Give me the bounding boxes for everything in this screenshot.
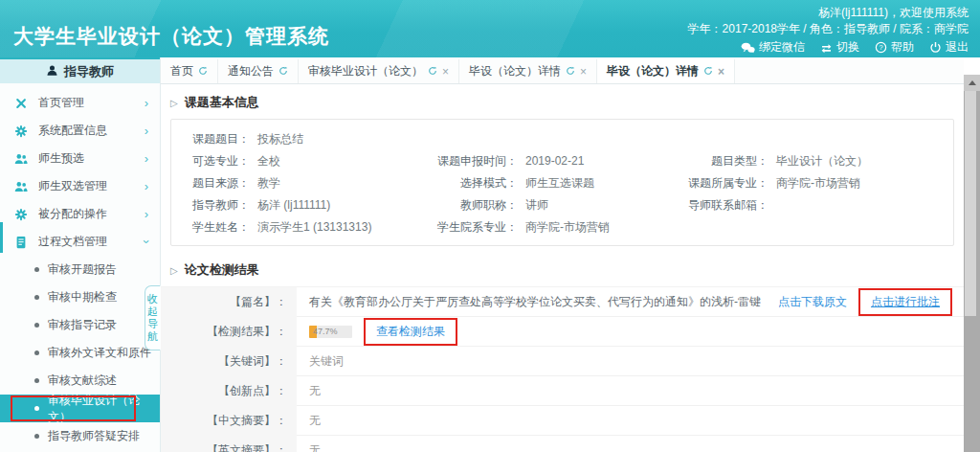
field-value: 投标总结	[250, 128, 953, 150]
download-original-link[interactable]: 点击下载原文	[778, 294, 847, 310]
refresh-icon[interactable]	[703, 65, 713, 79]
sidebar-item-label: 首页管理	[38, 95, 84, 111]
bullet-icon	[34, 350, 39, 355]
similarity-percent: 47.7%	[309, 326, 352, 338]
vertical-scrollbar[interactable]	[964, 75, 980, 452]
sidebar-subitem-qa-schedule[interactable]: 指导教师答疑安排	[0, 422, 160, 450]
sidebar-subitem-label: 审核文献综述	[48, 373, 117, 389]
row-value: 无	[297, 376, 964, 406]
page-body: ▷ 课题基本信息 课题题目： 投标总结 可选专业： 全校 课题申报时间： 201…	[161, 84, 964, 452]
scrollbar-thumb[interactable]	[965, 91, 976, 316]
section-detection-header[interactable]: ▷ 论文检测结果	[161, 252, 964, 283]
bullet-icon	[34, 378, 39, 383]
sidebar-item-homepage-mgmt[interactable]: 首页管理 ›	[0, 89, 160, 117]
close-icon[interactable]: ×	[718, 66, 724, 78]
field-value: 商学院-市场营销	[518, 216, 680, 238]
switch-icon	[820, 42, 833, 54]
sidebar-scroll-indicator	[0, 222, 3, 253]
tab-thesis-detail-2[interactable]: 毕设（论文）详情 ×	[597, 59, 735, 83]
field-value: 2019-02-21	[518, 150, 680, 172]
detection-table: 【篇名】： 有关《教育部办公厅关于严厉查处高等学校学位论文买卖、代写行为的通知》…	[161, 286, 964, 452]
field-label: 题目来源：	[171, 172, 250, 194]
sidebar-subitem-review-thesis[interactable]: 审核毕业设计（论文）	[0, 395, 160, 422]
sidebar-item-label: 被分配的操作	[38, 206, 107, 222]
sidebar-item-preselect[interactable]: 师生预选 ›	[0, 145, 160, 172]
main-content: 首页 通知公告 审核毕业设计（论文） × 毕设（论文）详情 × 毕设（论文）详情…	[161, 57, 980, 452]
field-label: 指导教师：	[171, 194, 250, 216]
session-meta-text: 学年：2017-2018学年 / 角色：指导教师 / 院系：商学院	[688, 21, 969, 37]
sidebar-subitem-label: 指导教师答疑安排	[48, 428, 140, 444]
refresh-icon[interactable]	[198, 65, 208, 79]
basic-info-panel: 课题题目： 投标总结 可选专业： 全校 课题申报时间： 2019-02-21 题…	[170, 119, 954, 246]
app-window: 大学生毕业设计（论文）管理系统 杨洋(lj111111)，欢迎使用系统 学年：2…	[0, 0, 980, 452]
chevron-right-icon: ›	[145, 96, 148, 110]
sidebar-subitem-label: 审核毕业设计（论文）	[48, 393, 160, 425]
scroll-up-button[interactable]	[964, 75, 980, 91]
sidebar-item-assigned-operations[interactable]: 被分配的操作 ›	[0, 200, 160, 228]
row-label: 【英文摘要】：	[161, 436, 297, 452]
header-user-area: 杨洋(lj111111)，欢迎使用系统 学年：2017-2018学年 / 角色：…	[688, 5, 969, 56]
tab-notice[interactable]: 通知公告	[218, 59, 299, 83]
view-detection-result-link[interactable]: 查看检测结果	[376, 324, 445, 340]
sidebar-subitem-review-guidance-records[interactable]: 审核指导记录	[0, 311, 160, 339]
sidebar-subitem-review-literature-review[interactable]: 审核文献综述	[0, 367, 160, 395]
bind-wechat-button[interactable]: 绑定微信	[741, 39, 805, 56]
sidebar-subitem-label: 审核中期检查	[48, 289, 117, 305]
sidebar-subitem-label: 审核指导记录	[48, 317, 117, 333]
wechat-icon	[741, 42, 755, 54]
chevron-right-icon: ›	[145, 179, 148, 193]
close-icon[interactable]: ×	[442, 66, 449, 78]
tab-label: 审核毕业设计（论文）	[308, 63, 423, 79]
row-value: 无	[297, 436, 964, 452]
tab-label: 首页	[170, 63, 193, 79]
role-title: 指导教师	[64, 63, 114, 80]
logout-button[interactable]: 退出	[929, 39, 969, 56]
field-value	[768, 216, 953, 238]
field-label: 题目类型：	[680, 150, 768, 172]
chevron-right-icon: ›	[145, 124, 148, 138]
sidebar-subitem-review-proposal[interactable]: 审核开题报告	[0, 256, 160, 283]
table-row-cn-abstract: 【中文摘要】： 无	[161, 406, 964, 436]
sidebar-item-process-documents[interactable]: 过程文档管理 ›	[0, 228, 160, 256]
field-label	[680, 216, 768, 238]
triangle-icon: ▷	[170, 98, 178, 108]
sidebar-subitem-review-foreign-translation[interactable]: 审核外文译文和原件	[0, 339, 160, 367]
annotate-link[interactable]: 点击进行批注	[871, 294, 940, 310]
close-icon[interactable]: ×	[580, 66, 587, 78]
bullet-icon	[34, 434, 39, 439]
help-button[interactable]: ? 帮助	[875, 39, 914, 56]
refresh-icon[interactable]	[278, 65, 288, 79]
row-value: 47.7% 查看检测结果	[297, 317, 964, 347]
tab-label: 通知公告	[228, 63, 274, 79]
refresh-icon[interactable]	[566, 65, 575, 79]
tab-thesis-detail-1[interactable]: 毕设（论文）详情 ×	[459, 59, 597, 83]
tab-label: 毕设（论文）详情	[607, 63, 699, 79]
field-label: 学生院系专业：	[432, 216, 518, 238]
app-title: 大学生毕业设计（论文）管理系统	[13, 23, 329, 50]
tab-review-thesis[interactable]: 审核毕业设计（论文） ×	[299, 59, 459, 83]
red-highlight-box: 点击进行批注	[858, 288, 952, 316]
tab-home[interactable]: 首页	[161, 59, 218, 83]
section-basic-info-header[interactable]: ▷ 课题基本信息	[161, 84, 964, 116]
field-value: 讲师	[518, 194, 680, 216]
svg-text:?: ?	[879, 43, 882, 52]
table-row-title: 【篇名】： 有关《教育部办公厅关于严厉查处高等学校学位论文买卖、代写行为的通知》…	[161, 287, 964, 317]
refresh-icon[interactable]	[428, 65, 437, 79]
collapse-nav-tab[interactable]: 收起导航	[145, 285, 161, 350]
row-label: 【关键词】：	[161, 347, 297, 376]
help-icon: ?	[875, 41, 887, 54]
field-label: 教师职称：	[432, 194, 518, 216]
sidebar-subitem-review-midterm[interactable]: 审核中期检查	[0, 283, 160, 311]
chevron-down-icon: ›	[139, 239, 153, 243]
switch-button[interactable]: 切换	[820, 39, 859, 56]
action-label: 帮助	[891, 39, 914, 56]
welcome-text: 杨洋(lj111111)，欢迎使用系统	[688, 5, 969, 21]
field-value: 演示学生1 (13131313)	[250, 216, 432, 238]
sidebar-item-mutual-selection[interactable]: 师生双选管理 ›	[0, 172, 160, 200]
sidebar: 指导教师 首页管理 › 系统配置信息 › 师生预选 › 师生双选管理 ›	[0, 57, 161, 452]
power-icon	[929, 41, 942, 54]
sidebar-item-system-config[interactable]: 系统配置信息 ›	[0, 117, 160, 145]
row-label: 【检测结果】：	[161, 317, 297, 347]
paper-title-text: 有关《教育部办公厅关于严厉查处高等学校学位论文买卖、代写行为的通知》的浅析-雷键	[309, 294, 761, 310]
basic-info-grid: 课题题目： 投标总结 可选专业： 全校 课题申报时间： 2019-02-21 题…	[171, 128, 953, 238]
